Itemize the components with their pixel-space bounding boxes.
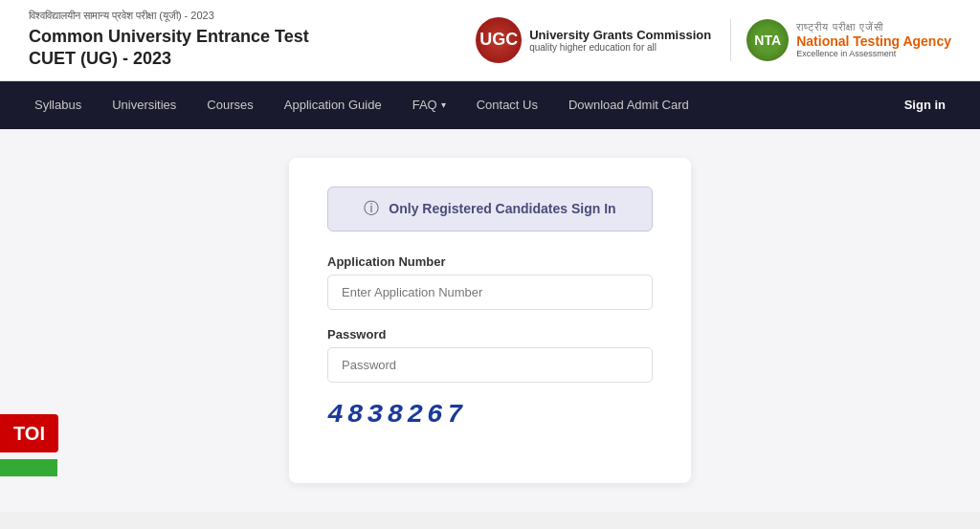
- toi-badge[interactable]: TOI: [0, 414, 58, 452]
- main-nav: Syllabus Universities Courses Applicatio…: [0, 81, 980, 129]
- application-number-input[interactable]: [327, 275, 653, 310]
- nav-item-download-admit-card[interactable]: Download Admit Card: [553, 81, 704, 129]
- application-number-group: Application Number: [327, 254, 653, 310]
- nav-signin-button[interactable]: Sign in: [889, 81, 961, 129]
- nta-label-text: राष्ट्रीय परीक्षा एजेंसी: [796, 21, 951, 33]
- nav-item-contact-us[interactable]: Contact Us: [461, 81, 553, 129]
- ugc-sub-text: quality higher education for all: [529, 42, 711, 53]
- password-input[interactable]: [327, 347, 653, 383]
- nta-brand-text: National Testing Agency: [796, 33, 951, 49]
- logos-block: UGC University Grants Commission quality…: [476, 17, 951, 63]
- nav-item-application-guide[interactable]: Application Guide: [269, 81, 397, 129]
- faq-dropdown-icon: ▾: [441, 99, 446, 110]
- nav-item-universities[interactable]: Universities: [97, 81, 191, 129]
- site-title-block: विश्वविद्यालयीन सामान्य प्रवेश परीक्षा (…: [29, 10, 309, 71]
- notice-box: ⓘ Only Registered Candidates Sign In: [327, 187, 653, 231]
- login-card: ⓘ Only Registered Candidates Sign In App…: [289, 158, 691, 483]
- main-content: ⓘ Only Registered Candidates Sign In App…: [0, 129, 980, 512]
- site-header: विश्वविद्यालयीन सामान्य प्रवेश परीक्षा (…: [0, 0, 980, 81]
- nta-sub-text: Excellence in Assessment: [796, 49, 951, 58]
- nta-logo-icon: NTA: [746, 19, 789, 61]
- password-group: Password: [327, 327, 653, 383]
- main-title: Common University Entrance Test CUET (UG…: [29, 26, 309, 71]
- ugc-logo: UGC University Grants Commission quality…: [476, 17, 711, 63]
- captcha-display: 4838267: [327, 400, 653, 430]
- nta-logo: NTA राष्ट्रीय परीक्षा एजेंसी National Te…: [730, 19, 951, 61]
- ugc-logo-icon: UGC: [476, 17, 522, 63]
- nav-item-syllabus[interactable]: Syllabus: [19, 81, 97, 129]
- application-number-label: Application Number: [327, 254, 653, 269]
- ugc-main-text: University Grants Commission: [529, 28, 711, 42]
- info-icon: ⓘ: [364, 199, 379, 219]
- password-label: Password: [327, 327, 653, 342]
- subtitle: विश्वविद्यालयीन सामान्य प्रवेश परीक्षा (…: [29, 10, 309, 22]
- nav-item-faq[interactable]: FAQ ▾: [397, 81, 461, 129]
- nav-item-courses[interactable]: Courses: [191, 81, 268, 129]
- notice-text: Only Registered Candidates Sign In: [389, 201, 615, 216]
- toi-green-bar: [0, 459, 57, 476]
